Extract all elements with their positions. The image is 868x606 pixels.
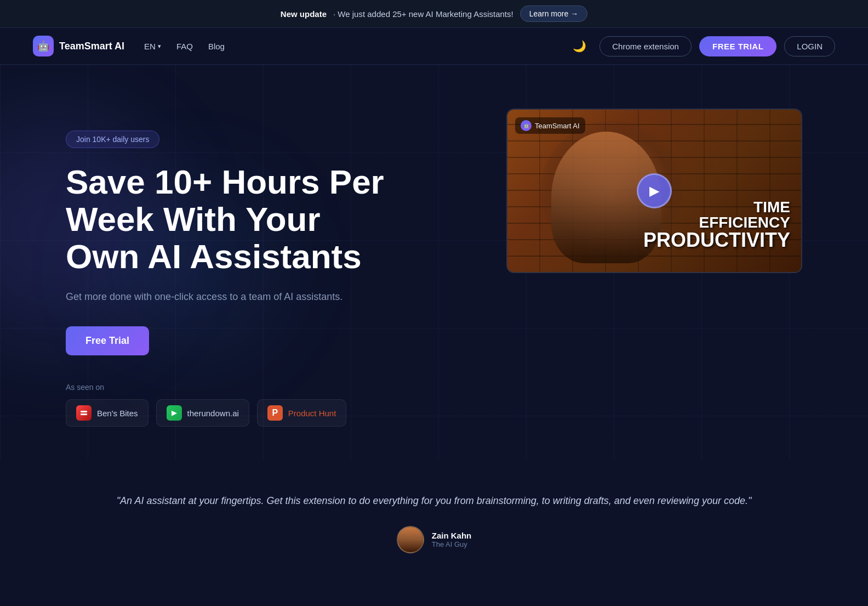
author-info: Zain Kahn The AI Guy	[432, 531, 472, 548]
producthunt-logo[interactable]: P Product Hunt	[257, 399, 347, 427]
hero-title: Save 10+ Hours Per Week With Your Own AI…	[66, 163, 395, 276]
daily-users-badge[interactable]: Join 10K+ daily users	[66, 131, 159, 148]
therundown-label: therundown.ai	[187, 409, 239, 418]
testimonial-section: "An AI assistant at your fingertips. Get…	[0, 460, 868, 586]
top-banner: New update · We just added 25+ new AI Ma…	[0, 0, 868, 28]
video-label: 🤖 TeamSmart AI	[515, 117, 585, 134]
svg-rect-0	[81, 411, 87, 412]
blog-link[interactable]: Blog	[208, 42, 225, 51]
author-face	[398, 527, 423, 552]
play-icon: ▶	[649, 183, 659, 199]
banner-message: · We just added 25+ new AI Marketing Ass…	[333, 9, 513, 19]
nav-links: EN ▾ FAQ Blog	[144, 42, 225, 51]
logo-text: TeamSmart AI	[59, 41, 124, 52]
update-label: New update	[281, 9, 327, 19]
hero-section: Join 10K+ daily users Save 10+ Hours Per…	[0, 65, 868, 460]
nav-right: 🌙 Chrome extension FREE TRIAL LOGIN	[567, 36, 835, 56]
testimonial-author: Zain Kahn The AI Guy	[110, 526, 758, 553]
logo[interactable]: 🤖 TeamSmart AI	[33, 36, 124, 56]
bens-bites-logo[interactable]: Ben's Bites	[66, 399, 149, 427]
video-text-productivity: PRODUCTIVITY	[643, 230, 790, 250]
chrome-extension-button[interactable]: Chrome extension	[599, 36, 692, 56]
logo-icon: 🤖	[33, 36, 54, 56]
faq-link[interactable]: FAQ	[176, 42, 193, 51]
as-seen-logos: Ben's Bites ▶ therundown.ai P Product Hu…	[66, 399, 395, 427]
hero-subtitle: Get more done with one-click access to a…	[66, 289, 395, 305]
author-name: Zain Kahn	[432, 531, 472, 540]
video-label-text: TeamSmart AI	[535, 122, 580, 130]
video-label-icon: 🤖	[521, 120, 532, 131]
play-button[interactable]: ▶	[637, 173, 672, 208]
hero-right: 🤖 TeamSmart AI TIME EFFICIENCY PRODUCTIV…	[506, 109, 802, 273]
as-seen-on-label: As seen on	[66, 383, 395, 392]
lang-label: EN	[144, 42, 156, 51]
therundown-logo[interactable]: ▶ therundown.ai	[156, 399, 249, 427]
producthunt-icon: P	[267, 405, 283, 421]
as-seen-on: As seen on Ben's Bites ▶ therundown.ai	[66, 383, 395, 427]
testimonial-quote: "An AI assistant at your fingertips. Get…	[110, 492, 758, 509]
video-text-efficiency: EFFICIENCY	[643, 215, 790, 230]
producthunt-label: Product Hunt	[288, 409, 336, 418]
therundown-icon: ▶	[167, 405, 182, 421]
video-container[interactable]: 🤖 TeamSmart AI TIME EFFICIENCY PRODUCTIV…	[506, 109, 802, 273]
wall-of-love: Wall of love ❤️	[0, 586, 868, 606]
video-text-overlay: TIME EFFICIENCY PRODUCTIVITY	[643, 200, 790, 250]
author-avatar	[397, 526, 424, 553]
login-button[interactable]: LOGIN	[784, 36, 835, 56]
free-trial-nav-button[interactable]: FREE TRIAL	[699, 36, 776, 56]
bens-bites-icon	[76, 405, 92, 421]
dark-mode-button[interactable]: 🌙	[567, 36, 592, 56]
learn-more-button[interactable]: Learn more →	[520, 5, 587, 22]
hero-left: Join 10K+ daily users Save 10+ Hours Per…	[66, 109, 395, 427]
navbar: 🤖 TeamSmart AI EN ▾ FAQ Blog 🌙 Chrome ex…	[0, 28, 868, 65]
chevron-down-icon: ▾	[158, 43, 161, 50]
svg-rect-1	[81, 414, 87, 415]
free-trial-hero-button[interactable]: Free Trial	[66, 326, 149, 355]
language-selector[interactable]: EN ▾	[144, 42, 161, 51]
bens-bites-label: Ben's Bites	[97, 409, 138, 418]
author-title: The AI Guy	[432, 540, 472, 548]
nav-left: 🤖 TeamSmart AI EN ▾ FAQ Blog	[33, 36, 225, 56]
